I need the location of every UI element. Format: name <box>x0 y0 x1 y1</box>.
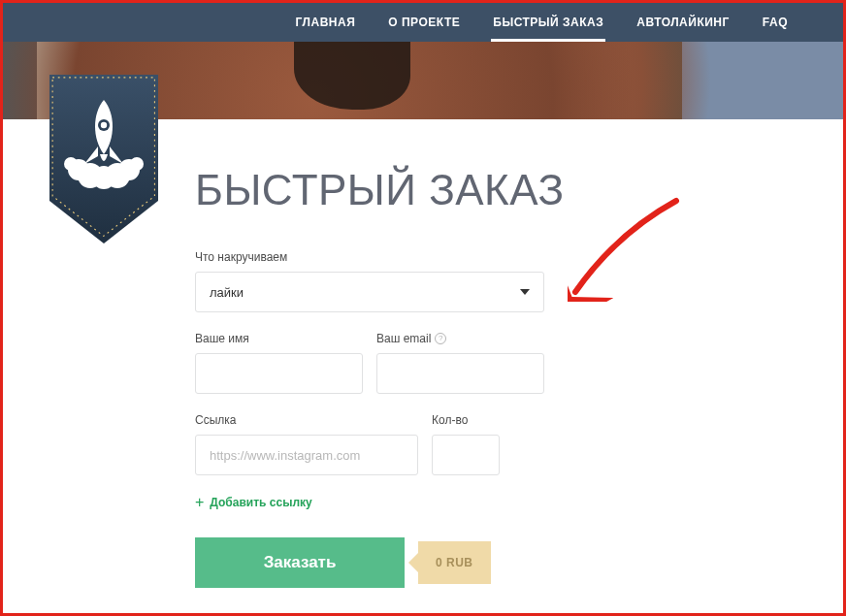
nav-home[interactable]: ГЛАВНАЯ <box>279 3 373 42</box>
qty-input[interactable] <box>432 435 500 475</box>
order-form: Что накручиваем лайки Ваше имя Ваш email… <box>195 250 738 588</box>
nav-about[interactable]: О ПРОЕКТЕ <box>372 3 476 42</box>
submit-button[interactable]: Заказать <box>195 537 405 588</box>
add-link-label: Добавить ссылку <box>210 496 311 509</box>
name-input[interactable] <box>195 353 363 394</box>
rocket-badge <box>46 75 162 251</box>
page-title: БЫСТРЫЙ ЗАКАЗ <box>195 166 565 214</box>
top-nav: ГЛАВНАЯ О ПРОЕКТЕ БЫСТРЫЙ ЗАКАЗ АВТОЛАЙК… <box>3 3 843 42</box>
email-label: Ваш email ? <box>376 332 544 345</box>
link-label: Ссылка <box>195 413 418 427</box>
caret-down-icon <box>520 289 530 295</box>
svg-point-8 <box>130 157 144 171</box>
link-input[interactable] <box>195 435 418 475</box>
nav-quick-order[interactable]: БЫСТРЫЙ ЗАКАЗ <box>476 3 620 42</box>
price-tag: 0 RUB <box>418 541 491 584</box>
qty-label: Кол-во <box>432 413 500 427</box>
email-input[interactable] <box>376 353 544 394</box>
nav-autoliking[interactable]: АВТОЛАЙКИНГ <box>620 3 746 42</box>
what-label: Что накручиваем <box>195 250 544 264</box>
svg-point-7 <box>64 157 78 171</box>
svg-point-1 <box>101 122 107 128</box>
price-value: 0 RUB <box>418 541 491 584</box>
what-value: лайки <box>210 285 244 300</box>
add-link-button[interactable]: + Добавить ссылку <box>195 495 738 510</box>
name-label: Ваше имя <box>195 332 363 345</box>
what-select[interactable]: лайки <box>195 272 544 312</box>
nav-faq[interactable]: FAQ <box>746 3 804 42</box>
help-icon[interactable]: ? <box>435 333 446 344</box>
plus-icon: + <box>195 495 204 510</box>
